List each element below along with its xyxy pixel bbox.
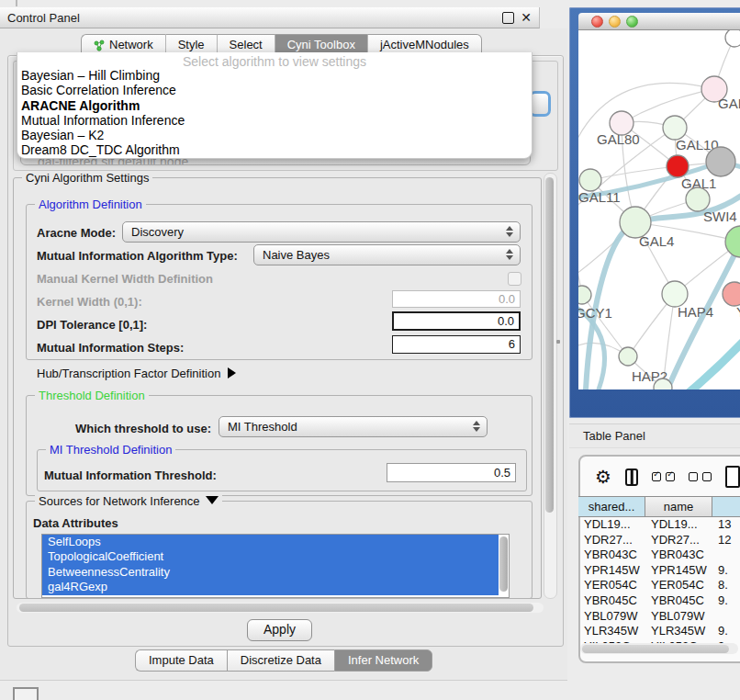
aracne-mode-value: Discovery bbox=[131, 225, 184, 239]
table-cell bbox=[712, 548, 740, 563]
apply-button[interactable]: Apply bbox=[247, 619, 312, 641]
show-columns-icon[interactable] bbox=[652, 472, 675, 481]
combo-arrows-icon bbox=[506, 249, 513, 260]
hub-definition-toggle[interactable]: Hub/Transcription Factor Definition bbox=[37, 367, 236, 380]
network-node[interactable] bbox=[706, 147, 735, 176]
scrollbar-thumb[interactable] bbox=[19, 604, 533, 612]
which-threshold-combo[interactable]: MI Threshold bbox=[219, 416, 488, 437]
scrollbar-thumb[interactable] bbox=[545, 177, 554, 513]
control-panel-titlebar[interactable]: Control Panel ✕ bbox=[0, 7, 540, 28]
mi-type-value: Naive Bayes bbox=[263, 248, 330, 262]
network-graph: GALGAL80GAL10GAL1GAL11SWI4GAL4GCY1HAP4YH… bbox=[578, 30, 740, 390]
close-icon[interactable]: ✕ bbox=[521, 13, 532, 23]
kernel-width-field[interactable]: 0.0 bbox=[392, 290, 521, 308]
dpi-tolerance-field[interactable]: 0.0 bbox=[392, 311, 521, 331]
table-row[interactable]: YBR043CYBR043C bbox=[578, 548, 740, 563]
table-cell: YER054C bbox=[578, 578, 645, 593]
dropdown-item[interactable]: Basic Correlation Inference bbox=[17, 83, 532, 97]
list-scrollbar[interactable] bbox=[499, 536, 508, 592]
table-cell: YBR045C bbox=[578, 593, 645, 609]
scrollbar-thumb[interactable] bbox=[582, 645, 729, 653]
table-cell: YDL19... bbox=[645, 517, 712, 533]
dropdown-item[interactable]: Bayesian – Hill Climbing bbox=[17, 68, 532, 83]
network-node-gcy1[interactable] bbox=[578, 286, 591, 304]
expanded-arrow-icon[interactable] bbox=[206, 496, 219, 504]
panel-divider-handle[interactable] bbox=[556, 340, 560, 344]
attribute-list-item[interactable]: gal4RGexp bbox=[42, 580, 499, 594]
table-toolbar: ⚙ bbox=[595, 464, 740, 490]
close-traffic-light-icon[interactable] bbox=[591, 16, 603, 28]
dropdown-item[interactable]: Bayesian – K2 bbox=[17, 128, 532, 142]
gear-icon[interactable]: ⚙ bbox=[595, 468, 611, 486]
table-column-header[interactable]: name bbox=[645, 497, 712, 516]
network-node-hap4[interactable] bbox=[662, 281, 688, 307]
table-cell: YDL19... bbox=[578, 517, 645, 533]
table-row[interactable]: YLR345WYLR345W9. bbox=[578, 624, 740, 639]
control-panel-title: Control Panel bbox=[7, 11, 80, 25]
table-cell: 13 bbox=[712, 517, 740, 533]
bottom-tab-discretize-data[interactable]: Discretize Data bbox=[227, 649, 334, 672]
table-row[interactable]: YPR145WYPR145W9. bbox=[578, 563, 740, 579]
table-cell: YBL079W bbox=[645, 609, 712, 625]
attribute-list-item[interactable]: BetweennessCentrality bbox=[42, 565, 499, 580]
dropdown-item[interactable]: Mutual Information Inference bbox=[17, 113, 532, 128]
network-icon bbox=[94, 40, 106, 51]
network-window-titlebar[interactable] bbox=[578, 13, 740, 30]
table-horizontal-scrollbar[interactable] bbox=[580, 643, 738, 654]
mi-steps-field[interactable]: 6 bbox=[392, 335, 521, 354]
table-row[interactable]: YDL19...YDL19...13 bbox=[578, 517, 740, 533]
collapsed-arrow-icon[interactable] bbox=[228, 367, 236, 378]
bottom-tab-infer-network[interactable]: Infer Network bbox=[334, 649, 432, 672]
columns-icon[interactable] bbox=[625, 469, 638, 486]
node-table[interactable]: shared...nameA YDL19...YDL19...13YDR27..… bbox=[578, 496, 740, 643]
bottom-tab-impute-data[interactable]: Impute Data bbox=[135, 649, 227, 672]
network-edge-thick[interactable] bbox=[685, 335, 740, 390]
settings-horizontal-scrollbar[interactable] bbox=[17, 603, 544, 613]
table-cell: 9. bbox=[712, 593, 740, 609]
table-column-header[interactable]: shared... bbox=[578, 497, 645, 516]
data-attributes-label: Data Attributes bbox=[33, 516, 118, 530]
node-label: GAL11 bbox=[578, 189, 621, 205]
manual-kernel-checkbox[interactable] bbox=[508, 272, 521, 286]
network-node-hap2[interactable] bbox=[619, 347, 637, 366]
table-column-header[interactable]: A bbox=[712, 497, 740, 516]
dropdown-item[interactable]: ARACNE Algorithm bbox=[17, 98, 532, 113]
node-label: SWI4 bbox=[703, 209, 737, 224]
algorithm-definition-legend: Algorithm Definition bbox=[35, 198, 146, 211]
dropdown-item[interactable]: Dream8 DC_TDC Algorithm bbox=[17, 142, 532, 157]
node-label: GAL4 bbox=[639, 233, 674, 249]
table-cell bbox=[712, 609, 740, 625]
table-panel-title: Table Panel bbox=[583, 429, 645, 443]
minimize-traffic-light-icon[interactable] bbox=[609, 16, 621, 28]
table-cell: YER054C bbox=[645, 578, 712, 593]
network-node-gal11[interactable] bbox=[579, 169, 601, 191]
zoom-traffic-light-icon[interactable] bbox=[626, 16, 638, 28]
table-cell: YBR045C bbox=[645, 593, 712, 609]
network-node[interactable] bbox=[725, 226, 740, 257]
hide-columns-icon[interactable] bbox=[689, 472, 712, 481]
table-row[interactable]: YDR27...YDR27...12 bbox=[578, 533, 740, 548]
node-label: GAL80 bbox=[597, 131, 640, 147]
data-attributes-list[interactable]: SelfLoopsTopologicalCoefficientBetweenne… bbox=[41, 534, 510, 598]
table-header-row: shared...nameA bbox=[578, 496, 740, 517]
float-window-icon[interactable] bbox=[502, 12, 514, 24]
network-canvas[interactable]: GALGAL80GAL10GAL1GAL11SWI4GAL4GCY1HAP4YH… bbox=[578, 30, 740, 390]
table-row[interactable]: YBL079WYBL079W bbox=[578, 609, 740, 625]
aracne-mode-combo[interactable]: Discovery bbox=[122, 221, 521, 243]
document-icon[interactable] bbox=[725, 466, 740, 488]
attribute-list-item[interactable]: SelfLoops bbox=[42, 535, 499, 549]
network-node-y[interactable] bbox=[723, 282, 740, 306]
hub-definition-label: Hub/Transcription Factor Definition bbox=[37, 367, 220, 380]
table-cell: YBR043C bbox=[645, 548, 712, 563]
table-row[interactable]: YER054CYER054C8. bbox=[578, 578, 740, 593]
network-node[interactable] bbox=[725, 30, 740, 47]
attribute-list-item[interactable]: TopologicalCoefficient bbox=[42, 549, 499, 564]
settings-vertical-scrollbar[interactable] bbox=[544, 173, 557, 599]
table-panel-titlebar[interactable]: Table Panel bbox=[569, 423, 740, 448]
network-node-gal1[interactable] bbox=[667, 155, 689, 177]
minimized-window-icon[interactable] bbox=[13, 687, 39, 700]
mi-type-combo[interactable]: Naive Bayes bbox=[253, 244, 521, 265]
table-row[interactable]: YBR045CYBR045C9. bbox=[578, 593, 740, 609]
control-panel-tabbar: NetworkStyleSelectCyni ToolboxjActiveMNo… bbox=[81, 34, 482, 54]
mi-threshold-field[interactable]: 0.5 bbox=[387, 463, 516, 482]
